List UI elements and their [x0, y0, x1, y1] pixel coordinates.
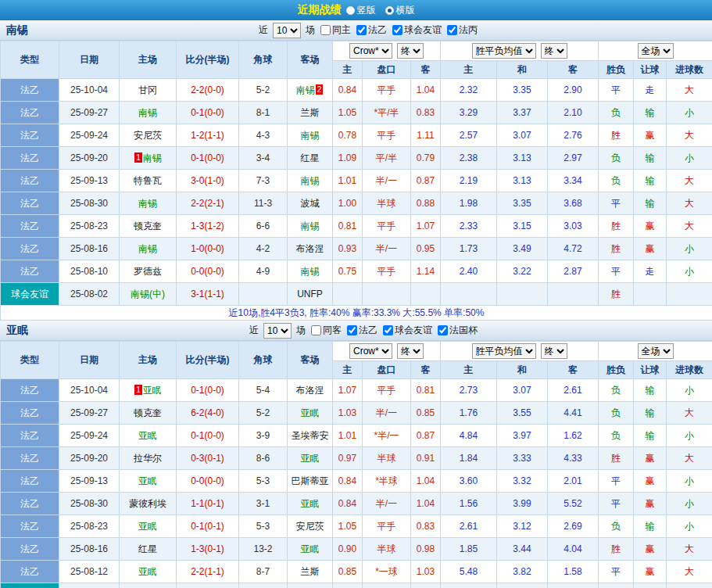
column-header: 主 [441, 61, 497, 79]
filter-checkbox-input[interactable] [392, 25, 403, 35]
goals-result-cell: 大 [667, 170, 712, 192]
euro-odds-panel-select-0[interactable]: 胜平负均值 [472, 343, 536, 359]
radio-horizontal-layout[interactable]: 横版 [385, 4, 415, 17]
column-header: 类型 [1, 342, 59, 379]
away-team-name[interactable]: 亚眠 [301, 543, 320, 554]
home-team-name[interactable]: 南锡 [143, 152, 162, 163]
scope-panel-select-0[interactable]: 全场 [638, 43, 674, 59]
away-team-name[interactable]: 南锡 [296, 84, 315, 95]
filter-checkbox-input[interactable] [347, 325, 357, 335]
filter-checkbox[interactable]: 同客 [308, 324, 342, 337]
away-team-name[interactable]: 亚眠 [301, 407, 320, 418]
score-cell: 4-2(2-0) [177, 583, 239, 588]
away-team-name[interactable]: 波城 [301, 198, 320, 209]
filter-checkbox[interactable]: 法乙 [353, 23, 387, 37]
filter-checkbox[interactable]: 同主 [317, 23, 351, 37]
home-team-name[interactable]: 南锡 [138, 243, 157, 254]
filter-checkbox-label: 同客 [323, 324, 342, 337]
radio-vertical-layout[interactable]: 竖版 [346, 4, 376, 17]
home-team-name[interactable]: 亚眠 [138, 430, 157, 441]
corners-cell: 8-1 [239, 102, 288, 124]
filter-checkbox[interactable]: 法乙 [344, 324, 377, 337]
recent-count-select[interactable]: 10 [263, 323, 292, 339]
euro-odds-panel-select-1[interactable]: 终 [541, 43, 567, 59]
home-team-name[interactable]: 拉华尔 [134, 453, 162, 464]
euro-home-odds-cell: 2.57 [441, 124, 497, 147]
goals-result-cell: 小 [667, 470, 712, 493]
corners-cell: 5-3 [239, 515, 288, 538]
handicap-result-cell: 赢 [634, 124, 667, 147]
result-cell: 胜 [599, 283, 634, 306]
home-team-name[interactable]: 安尼茨 [134, 130, 162, 141]
away-team-cell: 南锡 [288, 170, 333, 192]
away-team-name[interactable]: 安尼茨 [296, 521, 324, 532]
home-team-cell: 甘冈 [120, 79, 177, 102]
euro-odds-panel-select-0[interactable]: 胜平负均值 [472, 43, 536, 59]
home-team-name[interactable]: 顿克奎 [134, 220, 162, 231]
filter-checkbox[interactable]: 法国杯 [435, 324, 478, 337]
home-team-name[interactable]: 南锡 [138, 107, 157, 118]
home-team-name[interactable]: 南锡 [138, 198, 157, 209]
home-team-name[interactable]: 亚眠 [138, 566, 157, 577]
match-type-cell: 法乙 [1, 124, 59, 147]
asian-away-odds-cell: 0.91 [411, 447, 441, 470]
away-team-name[interactable]: 圣埃蒂安 [292, 430, 329, 441]
match-row: 球会友谊25-08-02南锡(中)3-1(1-1)UNFP胜 [1, 283, 712, 306]
asian-away-odds-cell [411, 283, 441, 306]
score-cell: 1-3(0-1) [177, 538, 239, 561]
filter-checkbox-input[interactable] [438, 325, 448, 335]
filter-checkbox-input[interactable] [447, 25, 457, 35]
home-team-name[interactable]: 亚眠 [138, 475, 157, 486]
away-team-name[interactable]: 南锡 [301, 130, 320, 141]
recent-count-select[interactable]: 10 [273, 23, 301, 38]
away-team-name[interactable]: 南锡 [301, 220, 320, 231]
filter-checkbox-input[interactable] [356, 25, 367, 35]
summary-text: 近10场,胜4平3负3, 胜率:40% 赢率:33.3% 大:55.5% 单率:… [1, 306, 712, 321]
home-team-name[interactable]: 甘冈 [138, 84, 157, 95]
asian-odds-panel-select-1[interactable]: 终 [397, 343, 424, 359]
away-team-name[interactable]: 亚眠 [301, 498, 320, 509]
euro-odds-panel-select-1[interactable]: 终 [541, 343, 567, 359]
handicap-result-cell: 输 [634, 147, 667, 170]
euro-draw-odds-cell: 3.32 [497, 470, 548, 493]
corners-cell: 13-2 [239, 538, 288, 561]
asian-home-odds-cell: 1.07 [333, 379, 363, 402]
home-team-name[interactable]: 亚眠 [138, 521, 157, 532]
euro-draw-odds-cell: 3.07 [497, 124, 548, 147]
away-team-name[interactable]: 南锡 [301, 175, 320, 186]
asian-away-odds-cell: 1.03 [411, 561, 441, 583]
asian-odds-panel-select-0[interactable]: Crow* [349, 43, 392, 59]
home-team-name[interactable]: 蒙彼利埃 [129, 498, 166, 509]
home-team-name[interactable]: 亚眠 [143, 385, 162, 396]
filter-checkbox[interactable]: 法丙 [444, 23, 478, 37]
filter-checkbox-input[interactable] [311, 325, 321, 335]
euro-home-odds-cell: 5.48 [441, 561, 497, 583]
scope-panel-select-0[interactable]: 全场 [638, 343, 674, 359]
away-team-name[interactable]: 红星 [301, 152, 320, 163]
away-team-name[interactable]: 兰斯 [301, 107, 320, 118]
away-team-name[interactable]: 布洛涅 [296, 385, 324, 396]
home-team-cell: 亚眠 [120, 425, 177, 447]
away-team-name[interactable]: 兰斯 [301, 566, 320, 577]
filter-checkbox-input[interactable] [320, 25, 331, 35]
filter-checkbox[interactable]: 球会友谊 [389, 23, 442, 37]
match-row: 法乙25-08-23亚眠0-1(0-1)5-3安尼茨1.05平手0.832.61… [1, 515, 712, 538]
away-team-name[interactable]: 南锡 [301, 266, 320, 277]
home-team-name[interactable]: 红星 [138, 543, 157, 554]
away-team-name[interactable]: 巴斯蒂亚 [292, 475, 329, 486]
away-team-name[interactable]: UNFP [297, 289, 323, 299]
away-team-name[interactable]: 亚眠 [301, 453, 320, 464]
home-team-name[interactable]: 特鲁瓦 [134, 175, 162, 186]
away-team-name[interactable]: 布洛涅 [296, 243, 324, 254]
home-team-name[interactable]: 罗德兹 [134, 266, 162, 277]
home-team-name[interactable]: 顿克奎 [134, 407, 162, 418]
goals-result-cell: 大 [667, 538, 712, 561]
filter-checkbox-label: 法国杯 [449, 324, 478, 337]
asian-odds-panel-select-0[interactable]: Crow* [349, 343, 392, 359]
asian-odds-panel-select-1[interactable]: 终 [397, 43, 424, 59]
filter-checkbox-input[interactable] [383, 325, 393, 335]
away-team-cell: 红星 [288, 147, 333, 170]
home-team-name[interactable]: 南锡(中) [131, 289, 165, 299]
match-type-cell: 法乙 [1, 561, 59, 583]
filter-checkbox[interactable]: 球会友谊 [380, 324, 432, 337]
